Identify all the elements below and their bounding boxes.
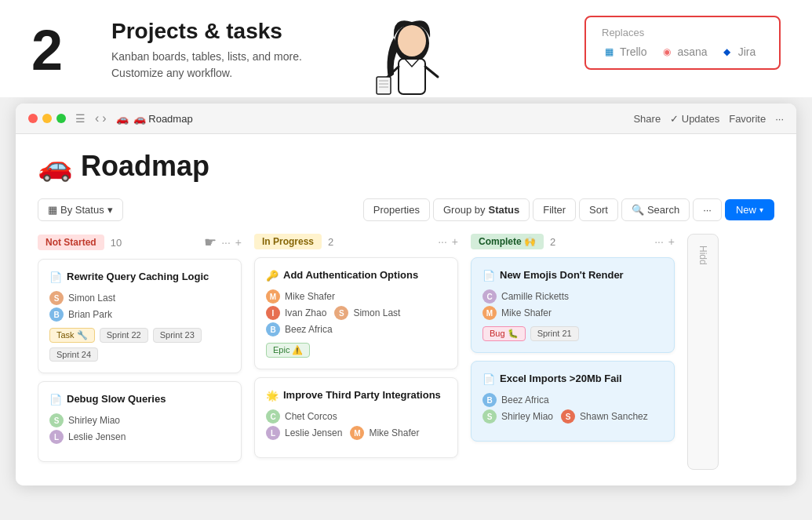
forward-arrow-icon[interactable]: › — [102, 111, 106, 125]
doc-icon: 📄 — [49, 394, 62, 405]
asana-logo: ◉ asana — [660, 45, 708, 59]
svg-rect-2 — [399, 59, 425, 94]
marketing-section: 2 Projects & tasks Kanban boards, tables… — [0, 0, 812, 97]
card-excel-imports[interactable]: 📄 Excel Imports >20Mb Fail B Beez Africa… — [471, 361, 675, 442]
hamburger-icon[interactable]: ☰ — [75, 112, 86, 125]
card-tags: Bug 🐛 Sprint 21 — [482, 326, 663, 341]
column-count-not-started: 10 — [111, 237, 122, 249]
column-not-started: Not Started 10 ☛ ··· + 📄 Rewrite Query C… — [38, 234, 242, 470]
table-icon: ▦ — [48, 204, 57, 216]
page-title: 🚗 Roadmap — [38, 150, 774, 183]
status-badge-in-progress: In Progress — [254, 234, 322, 249]
column-header-complete: Complete 🙌 2 ··· + — [471, 234, 675, 249]
back-arrow-icon[interactable]: ‹ — [95, 111, 99, 125]
search-button[interactable]: 🔍 Search — [621, 198, 690, 221]
page-title-row: 🚗 Roadmap — [38, 150, 774, 183]
column-add-button[interactable]: + — [452, 235, 458, 248]
tag: Sprint 24 — [49, 347, 98, 362]
column-add-button[interactable]: + — [668, 235, 675, 248]
assignee-row: M Mike Shafer — [266, 289, 446, 304]
card-title: 🌟 Improve Third Party Integrations — [266, 389, 446, 402]
maximize-button[interactable] — [56, 114, 66, 123]
avatar: B — [49, 307, 64, 322]
column-more-button[interactable]: ··· — [654, 235, 664, 248]
traffic-lights — [28, 114, 66, 123]
column-add-button[interactable]: + — [235, 236, 242, 249]
assignee-row: M Mike Shafer — [482, 306, 663, 320]
hidden-column-label: Hidd — [697, 245, 708, 265]
column-more-button[interactable]: ··· — [438, 235, 447, 248]
share-button[interactable]: Share — [633, 113, 661, 125]
column-header-not-started: Not Started 10 ☛ ··· + — [38, 234, 242, 251]
app-window: ☰ ‹ › 🚗 🚗 Roadmap Share ✓ Updates Favori… — [16, 104, 796, 485]
minimize-button[interactable] — [42, 114, 52, 123]
svg-rect-5 — [377, 77, 391, 94]
window-title-text: 🚗 Roadmap — [133, 113, 193, 125]
assignee-row: I Ivan Zhao S Simon Last — [266, 306, 446, 320]
card-assignees: B Beez Africa S Shirley Miao S Shawn San… — [482, 393, 663, 424]
assignee-row: B Beez Africa — [482, 393, 663, 407]
close-button[interactable] — [28, 114, 38, 123]
svg-point-1 — [398, 25, 426, 56]
card-assignees: S Shirley Miao L Leslie Jensen — [49, 413, 230, 444]
new-button[interactable]: New ▾ — [725, 199, 774, 220]
assignee-row: S Simon Last — [49, 291, 230, 305]
star-icon: 🌟 — [266, 390, 279, 402]
search-icon: 🔍 — [632, 204, 644, 216]
svg-line-4 — [425, 67, 438, 77]
column-more-button[interactable]: ··· — [221, 236, 231, 249]
avatar: S — [49, 291, 64, 305]
chevron-down-icon: ▾ — [107, 204, 113, 216]
page-title-text: Roadmap — [81, 150, 209, 183]
replaces-box: Replaces ▦ Trello ◉ asana ◆ Jira — [584, 16, 781, 70]
group-by-button[interactable]: Group by Status — [433, 198, 530, 221]
column-actions-complete: ··· + — [654, 235, 675, 248]
jira-icon: ◆ — [720, 45, 734, 59]
card-assignees: M Mike Shafer I Ivan Zhao S Simon Last B… — [266, 289, 446, 336]
avatar: B — [482, 393, 497, 407]
replaces-logos: ▦ Trello ◉ asana ◆ Jira — [602, 45, 763, 59]
assignee-row: C Camille Ricketts — [482, 289, 663, 304]
doc-icon: 📄 — [482, 373, 495, 385]
assignee-row: B Beez Africa — [266, 322, 446, 336]
column-count-complete: 2 — [550, 236, 555, 248]
avatar: M — [482, 306, 497, 320]
card-third-party[interactable]: 🌟 Improve Third Party Integrations C Che… — [254, 377, 458, 458]
card-title: 📄 Debug Slow Queries — [49, 393, 230, 405]
column-header-in-progress: In Progress 2 ··· + — [254, 234, 458, 249]
avatar: S — [334, 306, 348, 320]
nav-arrows: ‹ › — [95, 111, 107, 125]
more-options-button[interactable]: ··· — [693, 198, 722, 221]
more-actions-button[interactable]: ··· — [775, 113, 784, 125]
key-icon: 🔑 — [266, 270, 279, 282]
asana-icon: ◉ — [660, 45, 674, 59]
properties-button[interactable]: Properties — [363, 198, 430, 221]
card-assignees: C Camille Ricketts M Mike Shafer — [482, 289, 663, 320]
card-assignees: S Simon Last B Brian Park — [49, 291, 230, 322]
marketing-desc-line1: Kanban boards, tables, lists, and more. — [111, 49, 302, 65]
updates-button[interactable]: ✓ Updates — [670, 113, 719, 125]
marketing-text: Projects & tasks Kanban boards, tables, … — [111, 19, 302, 82]
assignee-row: S Shirley Miao — [49, 413, 230, 427]
assignee-row: L Leslie Jensen M Mike Shafer — [266, 426, 446, 440]
by-status-button[interactable]: ▦ By Status ▾ — [38, 198, 123, 221]
filter-button[interactable]: Filter — [533, 198, 576, 221]
card-emojis-render[interactable]: 📄 New Emojis Don't Render C Camille Rick… — [471, 257, 675, 353]
trello-logo: ▦ Trello — [602, 45, 647, 59]
favorite-button[interactable]: Favorite — [729, 113, 766, 125]
avatar: B — [266, 322, 280, 336]
avatar: S — [561, 409, 575, 424]
card-auth-options[interactable]: 🔑 Add Authentication Options M Mike Shaf… — [254, 257, 458, 369]
assignee-row: S Shirley Miao S Shawn Sanchez — [482, 409, 663, 424]
tag: Epic ⚠️ — [266, 343, 310, 358]
avatar: M — [350, 426, 364, 440]
sort-button[interactable]: Sort — [579, 198, 618, 221]
toolbar: ▦ By Status ▾ Properties Group by Status… — [38, 198, 774, 221]
window-emoji: 🚗 — [116, 113, 129, 125]
window-actions: Share ✓ Updates Favorite ··· — [633, 113, 784, 125]
section-number: 2 — [31, 22, 86, 78]
card-rewrite-query[interactable]: 📄 Rewrite Query Caching Logic S Simon La… — [38, 259, 242, 373]
card-debug-queries[interactable]: 📄 Debug Slow Queries S Shirley Miao L Le… — [38, 381, 242, 462]
column-complete: Complete 🙌 2 ··· + 📄 New Emojis Don't Re… — [471, 234, 675, 470]
assignee-row: L Leslie Jensen — [49, 430, 230, 444]
